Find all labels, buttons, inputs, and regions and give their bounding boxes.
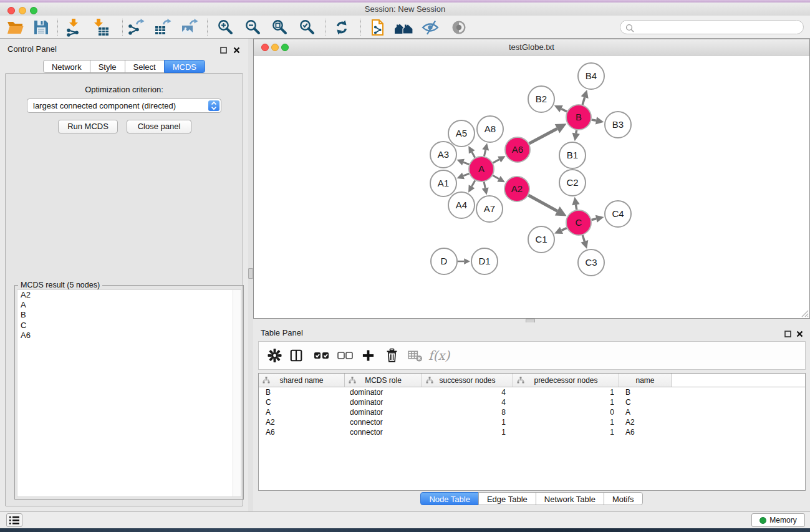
table-row[interactable]: A6connector11A6 — [259, 427, 805, 437]
graph-edge[interactable] — [493, 156, 506, 163]
export-table-button[interactable] — [153, 17, 173, 37]
table-cell[interactable]: C — [619, 397, 672, 407]
mcds-result-list[interactable]: A2ABCA6 — [17, 289, 241, 497]
graph-node[interactable]: B4 — [578, 63, 604, 89]
delete-column-button[interactable] — [385, 348, 398, 363]
panel-splitter[interactable] — [248, 39, 253, 511]
zoom-selected-button[interactable] — [297, 17, 317, 37]
table-cell[interactable]: dominator — [345, 397, 422, 407]
delete-table-button[interactable] — [407, 349, 423, 363]
save-session-button[interactable] — [31, 17, 51, 37]
table-cell[interactable]: A — [619, 407, 672, 417]
hide-graphics-details-button[interactable] — [420, 17, 440, 37]
table-cell[interactable]: connector — [345, 427, 422, 437]
graph-edge[interactable] — [482, 143, 489, 156]
tab-style[interactable]: Style — [90, 60, 125, 73]
graph-node[interactable]: C1 — [528, 226, 554, 253]
table-cell[interactable]: 1 — [513, 417, 619, 427]
graph-node[interactable]: A2 — [504, 177, 529, 201]
graph-node[interactable]: A6 — [505, 137, 530, 162]
import-table-button[interactable] — [90, 17, 110, 37]
home-panels-button[interactable] — [393, 17, 413, 37]
table-row[interactable]: Adominator80A — [259, 407, 805, 417]
search-input[interactable] — [637, 21, 799, 33]
column-header-name[interactable]: name — [619, 374, 672, 387]
graph-edge[interactable] — [457, 173, 470, 179]
add-column-button[interactable] — [362, 349, 375, 362]
graph-edge[interactable] — [468, 180, 475, 192]
table-cell[interactable]: 1 — [513, 387, 619, 397]
graph-edge[interactable] — [554, 105, 567, 112]
graph-node[interactable]: A3 — [430, 142, 456, 168]
resize-grip[interactable] — [800, 309, 809, 317]
network-canvas[interactable]: B4B2BB3A8A5A6A3B1AC2A1A2A4A7C4CC1DD1C3 — [254, 56, 809, 318]
table-cell[interactable]: 4 — [422, 387, 513, 397]
list-item[interactable]: B — [17, 310, 241, 320]
graph-node[interactable]: C4 — [605, 201, 631, 227]
function-builder-button[interactable]: f(x) — [428, 348, 450, 363]
graph-edge[interactable] — [529, 123, 567, 143]
criterion-select[interactable]: largest connected component (directed) — [27, 99, 221, 113]
table-cell[interactable]: A6 — [619, 427, 672, 437]
import-network-button[interactable] — [64, 17, 84, 37]
apply-layout-button[interactable] — [332, 17, 352, 37]
zoom-in-button[interactable] — [215, 17, 235, 37]
graph-node[interactable]: A1 — [430, 170, 456, 196]
table-cell[interactable]: A2 — [619, 417, 672, 427]
graph-edge[interactable] — [493, 175, 505, 182]
close-table-panel-icon[interactable] — [796, 329, 803, 340]
zoom-fit-button[interactable] — [269, 17, 289, 37]
graph-edge[interactable] — [572, 130, 580, 142]
list-item[interactable]: A — [17, 300, 241, 310]
graph-edge[interactable] — [581, 235, 588, 249]
table-cell[interactable]: dominator — [345, 387, 422, 397]
graph-edge[interactable] — [572, 197, 579, 210]
graph-node[interactable]: D — [431, 248, 457, 274]
tab-network-table[interactable]: Network Table — [536, 492, 604, 505]
graph-node[interactable]: A — [469, 157, 494, 181]
tab-motifs[interactable]: Motifs — [604, 492, 643, 505]
table-cell[interactable]: A6 — [259, 427, 345, 437]
tab-mcds[interactable]: MCDS — [164, 60, 205, 73]
table-cell[interactable]: B — [259, 387, 345, 397]
table-cell[interactable]: 1 — [422, 427, 513, 437]
open-session-button[interactable] — [6, 17, 26, 37]
network-from-selection-button[interactable] — [367, 17, 387, 37]
graph-node[interactable]: A4 — [448, 192, 475, 218]
graph-edge[interactable] — [591, 215, 604, 223]
result-list-scrollbar[interactable] — [233, 290, 241, 496]
float-table-panel-icon[interactable] — [784, 329, 791, 340]
tab-select[interactable]: Select — [125, 60, 165, 73]
tab-edge-table[interactable]: Edge Table — [478, 492, 536, 505]
graph-edge[interactable] — [468, 146, 475, 158]
close-panel-icon[interactable] — [233, 45, 240, 56]
task-history-button[interactable] — [6, 513, 22, 527]
column-header-predecessor-nodes[interactable]: predecessor nodes — [513, 374, 619, 387]
graph-node[interactable]: B3 — [605, 112, 631, 138]
table-row[interactable]: Bdominator41B — [259, 387, 805, 397]
splitter-collapse-handle[interactable] — [248, 268, 253, 279]
list-item[interactable]: C — [17, 321, 241, 331]
zoom-out-button[interactable] — [243, 17, 263, 37]
close-panel-button[interactable]: Close panel — [127, 120, 191, 133]
table-cell[interactable]: 8 — [422, 407, 513, 417]
graph-node[interactable]: A8 — [477, 116, 503, 142]
float-panel-icon[interactable] — [220, 45, 227, 56]
graph-node[interactable]: C3 — [578, 249, 604, 276]
graph-node[interactable]: B1 — [559, 142, 586, 168]
table-cell[interactable]: C — [259, 397, 345, 407]
deselect-all-button[interactable] — [337, 351, 354, 360]
table-cell[interactable]: 1 — [422, 417, 513, 427]
graph-edge[interactable] — [581, 90, 589, 105]
list-item[interactable]: A6 — [17, 331, 241, 341]
graph-node[interactable]: B2 — [528, 86, 554, 112]
list-item[interactable]: A2 — [17, 290, 241, 300]
graph-edge[interactable] — [482, 182, 489, 195]
table-cell[interactable]: 4 — [422, 397, 513, 407]
export-network-button[interactable] — [126, 17, 146, 37]
birds-eye-view-button[interactable] — [449, 17, 469, 37]
graph-node[interactable]: C2 — [559, 170, 586, 196]
table-cell[interactable]: dominator — [345, 407, 422, 417]
graph-node[interactable]: B — [566, 105, 591, 130]
show-columns-button[interactable] — [289, 349, 303, 362]
